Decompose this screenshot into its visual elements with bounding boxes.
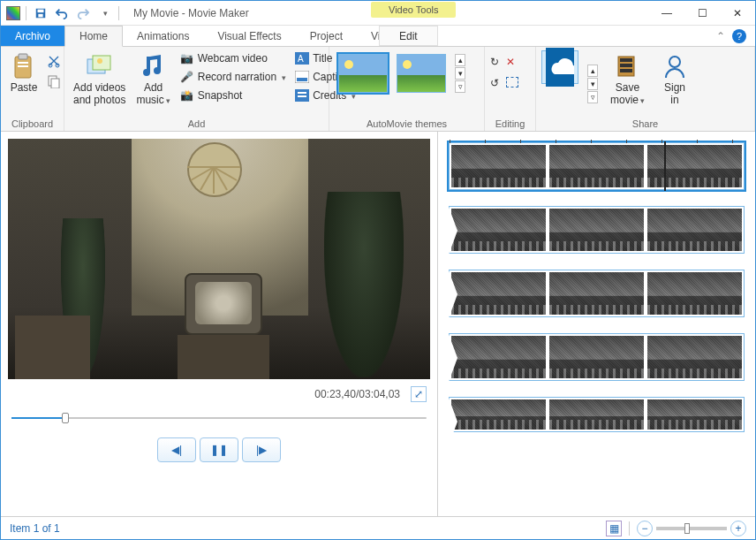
microphone-icon: 🎤 xyxy=(180,70,194,84)
onedrive-icon xyxy=(546,53,574,81)
ribbon-tabs: Archivo Home Animations Visual Effects P… xyxy=(1,26,755,47)
tab-file[interactable]: Archivo xyxy=(1,26,64,46)
timeline-clip[interactable] xyxy=(449,333,745,381)
zoom-in-button[interactable]: + xyxy=(730,521,746,536)
delete-icon[interactable]: ✕ xyxy=(506,56,515,68)
ribbon: Paste Clipboard Add videos and photos Ad… xyxy=(1,47,755,132)
svg-rect-4 xyxy=(19,54,27,59)
add-videos-button[interactable]: Add videos and photos xyxy=(70,50,129,109)
playback-time: 00:23,40/03:04,03 xyxy=(314,388,400,400)
webcam-video-button[interactable]: 📷Webcam video xyxy=(178,50,289,66)
caption-icon xyxy=(295,70,309,84)
help-icon[interactable]: ? xyxy=(732,29,746,43)
timeline-clip[interactable] xyxy=(449,397,745,432)
svg-point-26 xyxy=(669,57,680,67)
film-reel-icon xyxy=(614,52,642,80)
cut-icon[interactable] xyxy=(45,52,63,70)
status-bar: Item 1 of 1 ▦ − + xyxy=(1,516,755,539)
snapshot-button[interactable]: 📸Snapshot xyxy=(178,87,289,103)
save-movie-label: Save movie xyxy=(610,82,645,107)
qat-redo-icon[interactable] xyxy=(74,4,92,22)
view-thumbnails-icon[interactable]: ▦ xyxy=(606,521,622,536)
tab-project[interactable]: Project xyxy=(296,26,357,46)
video-preview[interactable] xyxy=(8,139,430,379)
automovie-theme-1[interactable] xyxy=(338,54,388,93)
svg-rect-6 xyxy=(18,65,28,67)
rotate-left-icon[interactable]: ↻ xyxy=(490,56,499,68)
svg-rect-24 xyxy=(620,64,632,67)
select-all-icon[interactable] xyxy=(506,77,518,87)
qat-undo-icon[interactable] xyxy=(53,4,71,22)
group-editing-label: Editing xyxy=(490,117,530,129)
svg-rect-2 xyxy=(38,13,42,17)
copy-icon[interactable] xyxy=(45,72,63,90)
svg-rect-25 xyxy=(620,69,632,72)
svg-rect-20 xyxy=(298,95,306,97)
tab-edit[interactable]: Edit xyxy=(379,26,438,46)
fullscreen-icon[interactable]: ⤢ xyxy=(411,386,427,402)
credits-icon xyxy=(295,88,309,103)
record-narration-button[interactable]: 🎤Record narration xyxy=(178,69,289,85)
svg-rect-5 xyxy=(18,62,28,64)
tab-animations[interactable]: Animations xyxy=(123,26,203,46)
theme-expand[interactable]: ▿ xyxy=(455,80,465,93)
music-icon xyxy=(140,52,168,80)
zoom-out-button[interactable]: − xyxy=(637,521,653,536)
sign-in-button[interactable]: Sign in xyxy=(657,50,692,109)
add-videos-label: Add videos and photos xyxy=(73,82,125,107)
qat-customize-dropdown[interactable] xyxy=(95,4,113,22)
add-music-button[interactable]: Add music xyxy=(132,50,173,109)
next-frame-button[interactable]: |▶ xyxy=(242,437,281,462)
pause-button[interactable]: ❚❚ xyxy=(200,437,238,462)
save-movie-button[interactable]: Save movie xyxy=(607,50,648,109)
clipboard-icon xyxy=(10,52,38,80)
timeline-pane[interactable] xyxy=(438,132,755,516)
person-icon xyxy=(661,52,689,80)
svg-rect-1 xyxy=(38,9,44,12)
context-tab-header: Video Tools xyxy=(371,2,456,18)
maximize-button[interactable]: ☐ xyxy=(684,1,720,26)
svg-rect-10 xyxy=(51,79,59,88)
titlebar: My Movie - Movie Maker Video Tools — ☐ ✕ xyxy=(1,1,755,26)
minimize-button[interactable]: — xyxy=(649,1,684,26)
photos-icon xyxy=(86,52,114,80)
theme-scroll-down[interactable]: ▾ xyxy=(455,67,465,80)
group-themes-label: AutoMovie themes xyxy=(335,117,479,129)
rotate-right-icon[interactable]: ↺ xyxy=(490,77,499,89)
svg-text:A: A xyxy=(298,54,304,64)
add-music-label: Add music xyxy=(136,82,170,107)
qat-save-icon[interactable] xyxy=(32,4,49,22)
group-add-label: Add xyxy=(70,117,323,129)
snapshot-icon: 📸 xyxy=(180,88,194,103)
theme-scroll-up[interactable]: ▴ xyxy=(455,54,465,66)
tab-visual-effects[interactable]: Visual Effects xyxy=(203,26,295,46)
window-title: My Movie - Movie Maker xyxy=(133,7,249,19)
timeline-clip[interactable] xyxy=(449,206,745,254)
preview-pane: 00:23,40/03:04,03 ⤢ ◀| ❚❚ |▶ xyxy=(1,132,438,516)
automovie-theme-2[interactable] xyxy=(397,54,446,93)
paste-label: Paste xyxy=(11,82,38,95)
ribbon-collapse-icon[interactable]: ⌃ xyxy=(716,30,725,42)
paste-button[interactable]: Paste xyxy=(6,50,42,96)
svg-rect-23 xyxy=(620,58,632,62)
tab-home[interactable]: Home xyxy=(64,26,123,47)
webcam-icon: 📷 xyxy=(180,51,194,65)
prev-frame-button[interactable]: ◀| xyxy=(157,437,196,462)
close-button[interactable]: ✕ xyxy=(720,1,755,26)
timeline-playhead[interactable] xyxy=(664,141,666,191)
share-scroll-down[interactable]: ▾ xyxy=(587,78,598,90)
zoom-slider[interactable] xyxy=(656,527,727,530)
sign-in-label: Sign in xyxy=(664,82,685,107)
status-item-count: Item 1 of 1 xyxy=(10,522,60,535)
svg-rect-19 xyxy=(298,92,306,94)
share-expand[interactable]: ▿ xyxy=(587,91,598,103)
playback-scrubber[interactable] xyxy=(11,409,427,427)
group-share-label: Share xyxy=(541,117,749,129)
share-onedrive-button[interactable] xyxy=(541,50,578,84)
main-area: 00:23,40/03:04,03 ⤢ ◀| ❚❚ |▶ xyxy=(1,132,755,516)
app-icon xyxy=(6,6,20,20)
timeline-clip[interactable] xyxy=(449,270,745,317)
share-scroll-up[interactable]: ▴ xyxy=(587,65,598,77)
timeline-clip[interactable] xyxy=(449,142,745,190)
svg-point-13 xyxy=(97,58,102,64)
